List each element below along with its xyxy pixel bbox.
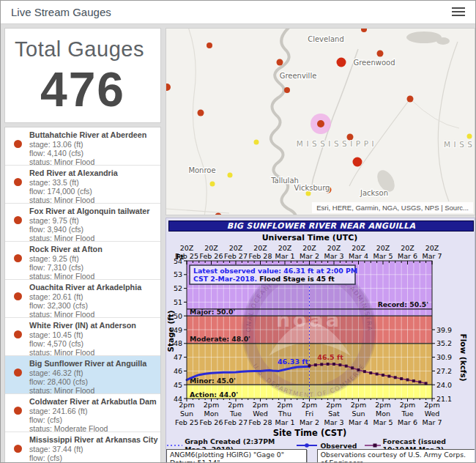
svg-text:Record: 50.5': Record: 50.5' [378, 300, 428, 308]
gauge-status-dot [14, 178, 22, 186]
gauge-status-dot [14, 140, 22, 148]
gauge-list-item[interactable]: Mississippi River at Arkansas Citystage:… [5, 432, 160, 463]
svg-text:Flow (kcfs): Flow (kcfs) [459, 334, 468, 382]
gauge-list-item[interactable]: Ouachita River at Arkadelphiastage: 20.6… [5, 280, 160, 318]
legend-label: Observed [320, 442, 357, 450]
hamburger-menu-icon[interactable] [452, 7, 465, 18]
map-panel[interactable]: ClevelandGreenwoodGreenvilleMonroeTallul… [166, 28, 475, 215]
gauge-list-item[interactable]: Big Sunflower River at Anguillastage: 46… [5, 356, 160, 394]
svg-text:Minor: 45.0': Minor: 45.0' [190, 377, 236, 385]
gauge-list-item[interactable]: White River (IN) at Andersonstage: 10.45… [5, 318, 160, 356]
chart-footnotes: ANGM6(plotting HGIRG) "Gage 0" Datum: 51… [166, 449, 475, 463]
gauge-stage: stage: 20.61 (ft) [29, 292, 141, 301]
gauge-status-dot [14, 330, 22, 338]
svg-text:20Z: 20Z [425, 244, 439, 252]
gauge-stage: stage: 241.66 (ft) [29, 407, 157, 415]
selected-gauge-dot[interactable] [317, 120, 324, 127]
gauge-name: Rock River at Afton [29, 245, 103, 254]
svg-text:51: 51 [174, 298, 182, 306]
gauge-flow: flow: 28,400 (cfs) [29, 377, 146, 386]
map-city-label: Monroe [188, 166, 215, 174]
gauge-map-dot[interactable] [207, 42, 212, 48]
gauge-map-dot[interactable] [377, 51, 384, 57]
app-frame: Live Stream Gauges Total Gauges 476 Butt… [0, 0, 476, 463]
gauge-flow: flow: (cfs) [29, 415, 157, 424]
svg-text:Latest observed value: 46.31: Latest observed value: 46.31 ft at 2:00 … [193, 267, 357, 275]
svg-text:46: 46 [174, 367, 182, 375]
map-city-label: Cleveland [308, 35, 344, 43]
svg-text:Mar 1: Mar 1 [275, 252, 295, 260]
svg-text:Sun: Sun [180, 410, 193, 418]
svg-text:20Z: 20Z [278, 244, 292, 252]
gauge-status-dot [14, 368, 22, 377]
svg-text:Mar 6: Mar 6 [398, 252, 417, 260]
hydrograph-chart: Universal Time (UTC)20ZFeb 2520ZFeb 2620… [166, 218, 475, 438]
gauge-status-dot [14, 407, 22, 415]
gauge-map-dot[interactable] [284, 87, 290, 93]
gauge-list-item[interactable]: Red River at Alexandriastage: 33.5 (ft)f… [5, 166, 160, 204]
gauge-map-dot[interactable] [407, 96, 414, 103]
gauge-flow: flow: 4,570 (cfs) [29, 339, 136, 348]
gauge-map-dot[interactable] [353, 158, 362, 167]
svg-text:Feb 27: Feb 27 [224, 252, 248, 260]
svg-text:Mon: Mon [204, 410, 218, 418]
gauge-list-item[interactable]: Rock River at Aftonstage: 9.25 (ft)flow:… [5, 242, 160, 280]
gauge-stage: stage: 9.25 (ft) [29, 254, 103, 263]
map-attribution: Esri, HERE, Garmin, NGA, USGS, NPS | Sou… [312, 202, 473, 213]
gauge-flow: flow: 174,000 (cfs) [29, 187, 118, 196]
svg-text:20Z: 20Z [204, 244, 218, 252]
svg-text:Fri: Fri [305, 410, 313, 418]
map-svg[interactable]: ClevelandGreenwoodGreenvilleMonroeTallul… [166, 29, 475, 215]
gauge-map-dot-yellow[interactable] [210, 182, 215, 187]
svg-text:20Z: 20Z [302, 244, 316, 252]
svg-text:2pm: 2pm [302, 401, 317, 409]
gauge-map-dot-yellow[interactable] [254, 140, 259, 145]
map-city-label: Greenwood [353, 59, 395, 67]
gauge-flow: flow: 7,310 (cfs) [29, 263, 103, 272]
svg-text:Wed: Wed [425, 410, 440, 418]
gauge-flow: flow: 4,140 (cfs) [29, 149, 146, 158]
gauge-map-dot[interactable] [277, 59, 283, 66]
svg-text:Feb 28: Feb 28 [249, 252, 272, 260]
svg-text:CST 2-Mar-2018. Flood Stage i: CST 2-Mar-2018. Flood Stage is 45 ft [193, 275, 335, 283]
svg-text:Feb 28: Feb 28 [249, 418, 272, 426]
svg-text:20Z: 20Z [376, 244, 390, 252]
gauge-list[interactable]: Buttahatchie River at Aberdeenstage: 13.… [4, 127, 161, 463]
svg-text:2pm: 2pm [375, 401, 390, 409]
gauge-name: Red River at Alexandria [29, 168, 118, 178]
gauge-list-item[interactable]: Coldwater River at Arkabutla Damstage: 2… [5, 394, 160, 432]
svg-text:Sat: Sat [328, 410, 340, 418]
svg-text:Mar 7: Mar 7 [423, 418, 442, 426]
gauge-flow: flow: 3,940 (cfs) [29, 225, 150, 234]
gauge-list-item[interactable]: Buttahatchie River at Aberdeenstage: 13.… [5, 127, 160, 166]
svg-text:Mar 6: Mar 6 [398, 418, 417, 426]
svg-text:2pm: 2pm [424, 401, 439, 409]
svg-text:Major: 50.0': Major: 50.0' [190, 308, 235, 316]
gauge-name: Buttahatchie River at Aberdeen [29, 130, 146, 140]
svg-text:20Z: 20Z [180, 244, 194, 252]
svg-text:Site Time (CST): Site Time (CST) [273, 428, 346, 438]
svg-text:Feb 26: Feb 26 [200, 418, 223, 426]
svg-text:Mar 5: Mar 5 [373, 252, 393, 260]
app-header: Live Stream Gauges [1, 1, 475, 24]
map-city-label: Jackson [360, 189, 388, 197]
gauge-map-dot[interactable] [337, 58, 346, 67]
gauge-stage: stage: 33.5 (ft) [29, 178, 118, 187]
svg-text:20Z: 20Z [352, 244, 365, 252]
gauge-name: Coldwater River at Arkabutla Dam [29, 397, 157, 407]
svg-text:47: 47 [174, 353, 182, 361]
svg-text:20Z: 20Z [229, 244, 243, 252]
gauge-map-dot-yellow[interactable] [467, 134, 472, 139]
gauge-status-dot [14, 254, 22, 262]
svg-text:Mar 7: Mar 7 [423, 252, 442, 260]
total-gauges-card: Total Gauges 476 [4, 28, 161, 123]
gauge-name: Fox River at Algonquin tailwater [29, 207, 150, 216]
svg-text:54: 54 [174, 257, 182, 265]
gauge-flow: flow: 32,300 (cfs) [29, 301, 141, 310]
svg-text:2pm: 2pm [204, 401, 219, 409]
gauge-map-dot[interactable] [198, 110, 204, 116]
gauge-list-item[interactable]: Fox River at Algonquin tailwaterstage: 9… [5, 204, 160, 242]
svg-text:Mar 5: Mar 5 [373, 418, 393, 426]
svg-text:2pm: 2pm [400, 401, 415, 409]
gauge-map-dot-yellow[interactable] [228, 173, 233, 178]
